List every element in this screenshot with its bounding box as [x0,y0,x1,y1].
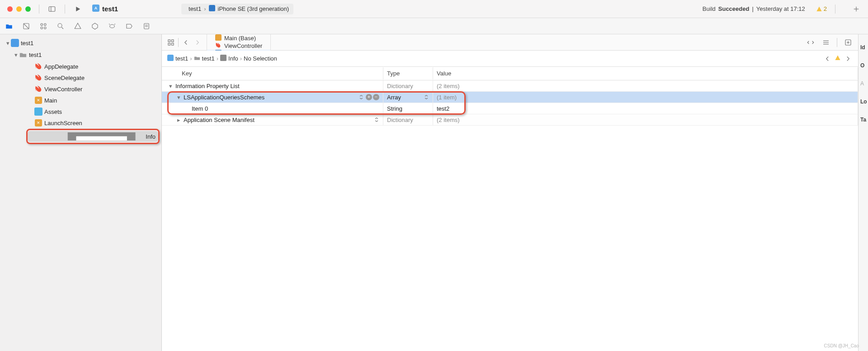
sidebar-root-label: test1 [21,40,33,47]
related-items-icon[interactable] [166,38,175,47]
svg-rect-43 [167,55,174,61]
inspector-section-target: Ta [859,109,866,127]
crumb-group-label: test1 [202,55,215,62]
plist-editor[interactable]: Key Type Value ▾Information Property Lis… [162,67,858,351]
nav-back-icon[interactable] [181,38,190,47]
build-status-time: Yesterday at 17:12 [756,5,805,12]
disclosure-triangle-icon[interactable]: ▸ [175,117,182,123]
tab-bar: Main (Base)ViewControllerInfo [162,34,858,51]
svg-rect-32 [172,40,174,42]
plist-row[interactable]: ▾LSApplicationQueriesSchemes+−Array(1 it… [162,92,858,103]
plist-type[interactable]: Dictionary [383,114,433,125]
sidebar-file-appdelegate[interactable]: AppDelegate [3,61,159,72]
project-navigator[interactable]: ▾ test1 ▾ test1 AppDelegateSceneDelegate… [0,34,162,351]
svg-point-13 [44,27,47,29]
svg-line-9 [24,23,29,29]
warnings-badge[interactable]: 2 [816,5,827,12]
sidebar-file-label: Assets [44,108,62,115]
plist-row[interactable]: ▾Information Property ListDictionary(2 i… [162,80,858,92]
source-control-navigator-icon[interactable] [22,22,31,31]
plist-value[interactable]: (2 items) [433,114,858,125]
add-remove-buttons[interactable]: +− [366,94,379,100]
plist-type[interactable]: String [383,103,433,114]
svg-rect-22 [11,39,19,47]
breakpoint-navigator-icon[interactable] [125,22,134,31]
crumb-project[interactable]: test1 [167,55,188,62]
plist-type[interactable]: Dictionary [383,80,433,91]
run-button[interactable] [73,5,82,14]
jump-bar[interactable]: test1 › test1 › Info › No Selection [162,51,858,67]
project-navigator-icon[interactable] [5,22,14,31]
traffic-lights [7,6,31,12]
column-key[interactable]: Key [162,67,383,80]
plist-value[interactable]: test2 [433,103,858,114]
svg-rect-30 [76,136,127,140]
sidebar-file-assets[interactable]: Assets [3,106,159,117]
svg-rect-31 [168,40,170,42]
plist-type[interactable]: Array [383,92,433,103]
sidebar-toggle-icon[interactable] [47,5,57,14]
plist-key: LSApplicationQueriesSchemes [184,94,357,101]
sidebar-file-label: Info [146,133,156,140]
inspector-section-identity: Id [859,37,865,55]
device-icon [209,5,215,13]
disclosure-triangle-icon[interactable]: ▾ [5,40,11,47]
disclosure-triangle-icon[interactable]: ▾ [175,94,182,101]
tab-main-base-[interactable]: Main (Base) [207,34,271,42]
plist-value[interactable]: (2 items) [433,80,858,91]
editor-options-icon[interactable] [821,38,830,47]
tab-viewcontroller[interactable]: ViewController [207,42,271,50]
issues-navigator-icon[interactable] [73,22,82,31]
reports-navigator-icon[interactable] [142,22,151,31]
crumb-project-label: test1 [175,55,188,62]
zoom-dot[interactable] [25,6,31,12]
crumb-group[interactable]: test1 [194,55,215,62]
inspector-panel: Id O A Lo Ta [858,34,868,351]
svg-text:✕: ✕ [37,121,40,125]
scheme-popup[interactable]: test1 › iPhone SE (3rd generation) [181,4,293,14]
jump-back-icon[interactable] [823,54,832,63]
chevron-right-icon: › [240,55,242,62]
disclosure-triangle-icon[interactable]: ▾ [167,83,174,89]
build-status-prefix: Build [703,5,716,12]
jump-forward-icon[interactable] [844,54,853,63]
plist-header: Key Type Value [162,67,858,80]
swap-editor-icon[interactable] [806,38,815,47]
close-dot[interactable] [7,6,13,12]
debug-navigator-icon[interactable] [108,22,117,31]
plist-value[interactable]: (1 item) [433,92,858,103]
warning-icon[interactable] [835,55,841,62]
symbol-navigator-icon[interactable] [39,22,48,31]
xc-icon [215,34,222,42]
nav-forward-icon[interactable] [193,38,202,47]
sidebar-file-info[interactable]: Info [28,131,158,142]
destination-name: iPhone SE (3rd generation) [218,5,289,12]
sidebar-file-main[interactable]: ✕Main [3,95,159,106]
sidebar-file-label: Main [44,97,57,104]
crumb-selection[interactable]: No Selection [244,55,277,62]
column-type[interactable]: Type [383,67,433,80]
svg-point-16 [110,24,115,28]
minimize-dot[interactable] [16,6,22,12]
crumb-file[interactable]: Info [220,55,238,62]
sidebar-file-viewcontroller[interactable]: ViewController [3,84,159,94]
plist-row[interactable]: Item 0Stringtest2 [162,103,858,114]
inspector-section-a: A [859,73,864,91]
find-navigator-icon[interactable] [56,22,65,31]
sidebar-file-launchscreen[interactable]: ✕LaunchScreen [3,117,159,128]
column-value[interactable]: Value [433,67,858,80]
sidebar-file-scenedelegate[interactable]: SceneDelegate [3,72,159,83]
plist-row[interactable]: ▸Application Scene ManifestDictionary(2 … [162,114,858,126]
disclosure-triangle-icon[interactable]: ▾ [13,51,19,58]
tests-navigator-icon[interactable] [90,22,99,31]
folder-icon [19,51,27,59]
assets-icon [34,108,42,116]
add-editor-icon[interactable] [844,38,853,47]
sidebar-project-root[interactable]: ▾ test1 [3,37,159,48]
folder-icon [194,55,200,62]
svg-point-12 [41,27,43,29]
add-tab-button[interactable] [852,5,861,14]
sidebar-group[interactable]: ▾ test1 [3,49,159,60]
svg-rect-25 [34,108,42,116]
plist-key: Information Property List [175,83,379,89]
